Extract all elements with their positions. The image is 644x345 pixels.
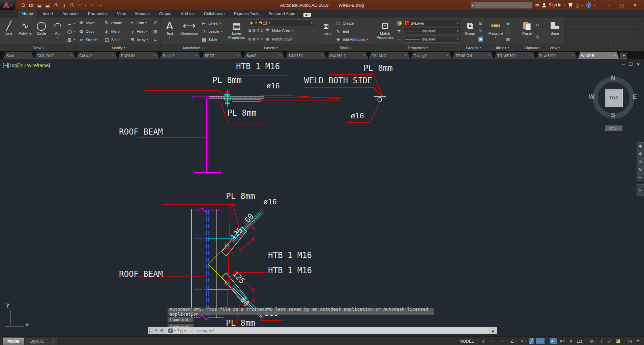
tab-parametric[interactable]: Parametric: [84, 10, 112, 18]
close-icon[interactable]: ✕: [613, 54, 616, 57]
tab-view[interactable]: View: [113, 10, 130, 18]
make-current-button[interactable]: ◪▤❆⊘ ≣Make Current: [248, 27, 315, 35]
trim-button[interactable]: ✂Trim▾: [129, 19, 151, 27]
panel-label-annotation[interactable]: Annotation▾: [160, 44, 225, 51]
viewcube-west[interactable]: W: [589, 93, 595, 100]
file-tab[interactable]: SWF150✕: [285, 52, 326, 59]
annotation-monitor-icon[interactable]: +: [598, 338, 605, 344]
search-icon[interactable]: ∞: [535, 2, 539, 8]
autodesk-caret-icon[interactable]: ▾: [582, 4, 583, 7]
close-icon[interactable]: ✕: [153, 54, 156, 57]
text-button[interactable]: AText▾: [162, 19, 177, 44]
tab-express-tools[interactable]: Express Tools: [230, 10, 263, 18]
autodesk-app-icon[interactable]: △: [576, 3, 579, 8]
close-icon[interactable]: ✕: [488, 54, 491, 57]
file-tab[interactable]: COL-RAF✕: [34, 52, 76, 59]
panel-label-draw[interactable]: Draw▾: [0, 44, 77, 51]
ortho-toggle[interactable]: ∟: [501, 338, 507, 344]
viewcube[interactable]: N S W E TOP: [592, 76, 635, 126]
paste-button[interactable]: Paste▾: [520, 19, 534, 44]
close-icon[interactable]: ✕: [321, 54, 323, 57]
lineweight-dropdown[interactable]: ByLayer▾: [404, 28, 460, 34]
recent-commands-icon[interactable]: ▾: [174, 329, 176, 332]
panel-label-clipboard[interactable]: Clipboard: [518, 44, 545, 51]
file-tab[interactable]: Tr-wf3002✕: [536, 52, 577, 59]
new-layout-button[interactable]: +: [50, 338, 57, 345]
viewport-controls[interactable]: [−][Top][2D Wireframe]: [3, 63, 50, 68]
redo-button[interactable]: ↷: [88, 2, 94, 8]
panel-label-view[interactable]: View▾: [545, 44, 564, 51]
redo-caret-icon[interactable]: ▾: [96, 4, 98, 7]
help-icon[interactable]: ?: [586, 2, 591, 8]
file-tab[interactable]: Talang2✕: [411, 52, 452, 59]
tab-insert[interactable]: Insert: [38, 10, 57, 18]
snap-toggle[interactable]: ∷▾: [488, 338, 496, 344]
calculator-icon[interactable]: ▦: [506, 37, 510, 41]
fillet-button[interactable]: ╭Fillet▾: [129, 27, 151, 35]
customization-menu-icon[interactable]: ≡: [635, 338, 641, 344]
viewcube-east[interactable]: E: [633, 93, 637, 100]
file-tab[interactable]: TENSION✕: [452, 52, 494, 59]
qat-overflow-button[interactable]: ▾: [100, 4, 101, 7]
undo-button[interactable]: ↶: [77, 2, 83, 8]
offset-button[interactable]: ⊂: [152, 36, 159, 44]
undo-caret-icon[interactable]: ▾: [85, 4, 86, 7]
object-snap-tracking-toggle[interactable]: ╱: [529, 338, 534, 344]
quick-select-icon[interactable]: ⊞: [506, 21, 509, 26]
erase-button[interactable]: ✐: [152, 19, 159, 27]
leader-button[interactable]: ↗Leader▾: [201, 27, 223, 35]
linetype-icon[interactable]: ┄: [396, 37, 402, 42]
annotation-scale-icon[interactable]: A: [568, 338, 574, 344]
file-tab-start[interactable]: Start: [3, 52, 34, 59]
tab-home[interactable]: Home: [18, 10, 38, 18]
minimize-button[interactable]: ─: [602, 0, 615, 10]
sign-in-caret-icon[interactable]: ▾: [564, 4, 565, 7]
store-cart-icon[interactable]: [568, 3, 573, 7]
panel-label-utilities[interactable]: Utilities▾: [486, 44, 518, 51]
circle-button[interactable]: ◯Circle▾: [34, 19, 49, 44]
annotation-scale-value[interactable]: 1:1: [576, 338, 584, 344]
tab-addins[interactable]: Add-ins: [176, 10, 199, 18]
stretch-button[interactable]: ▱Stretch: [78, 36, 103, 44]
base-button[interactable]: Base▾: [548, 19, 562, 44]
tab-annotate[interactable]: Annotate: [58, 10, 83, 18]
insert-button[interactable]: ⧈Insert▾: [318, 19, 334, 44]
file-tab-active[interactable]: WIND-B✕: [578, 52, 619, 59]
viewport-style-control[interactable]: [2D Wireframe]: [18, 63, 50, 68]
tab-featured-apps[interactable]: Featured Apps: [264, 10, 299, 18]
quick-calc-icon[interactable]: [506, 29, 510, 33]
match-layer-button[interactable]: ▨▦☀⊕ ≣Match Layer: [248, 35, 315, 43]
measure-button[interactable]: Measure▾: [487, 19, 504, 44]
color-wheel-icon[interactable]: [397, 21, 402, 26]
sign-in-button[interactable]: Sign In: [549, 3, 561, 7]
table-button[interactable]: ▦Table: [201, 35, 223, 44]
create-block-button[interactable]: ❏Create: [335, 19, 368, 27]
copy-button[interactable]: ⧉Copy: [78, 27, 103, 35]
hatch-button[interactable]: ▨▾: [66, 35, 75, 44]
close-icon[interactable]: ✕: [237, 54, 240, 57]
mobile-upload-button[interactable]: ▯: [61, 2, 67, 8]
polar-tracking-toggle[interactable]: ∠▾: [509, 338, 517, 344]
file-tab[interactable]: Col-raf2✕: [76, 52, 117, 59]
application-menu-button[interactable]: A▾: [0, 0, 16, 10]
file-tab[interactable]: SPDT✕: [202, 52, 243, 59]
ellipse-button[interactable]: ○▾: [66, 27, 75, 35]
viewcube-top-face[interactable]: TOP: [605, 89, 623, 107]
polyline-button[interactable]: ∿Polyline: [18, 19, 32, 44]
explode-button[interactable]: ▧: [152, 27, 159, 35]
maximize-button[interactable]: ▢: [615, 0, 628, 10]
command-customize-icon[interactable]: ⚙: [160, 328, 164, 333]
viewcube-north[interactable]: N: [611, 74, 615, 82]
close-button[interactable]: ✕: [628, 0, 642, 10]
ribbon-display-toggle[interactable]: ▣▾: [303, 13, 311, 17]
close-icon[interactable]: ✕: [112, 54, 114, 57]
edit-attributes-button[interactable]: ❖Edit Attributes▾: [335, 35, 368, 44]
arc-button[interactable]: ◠Arc▾: [50, 19, 65, 44]
group-selection-icon[interactable]: ▣: [478, 36, 483, 42]
line-button[interactable]: ╱Line: [1, 19, 16, 44]
mirror-button[interactable]: ◭Mirror: [104, 27, 128, 35]
orbit-icon[interactable]: ↻: [639, 167, 642, 172]
group-button[interactable]: ⧉Group: [463, 19, 477, 44]
clean-screen-icon[interactable]: ◳: [626, 338, 633, 344]
close-icon[interactable]: ✕: [279, 54, 282, 57]
